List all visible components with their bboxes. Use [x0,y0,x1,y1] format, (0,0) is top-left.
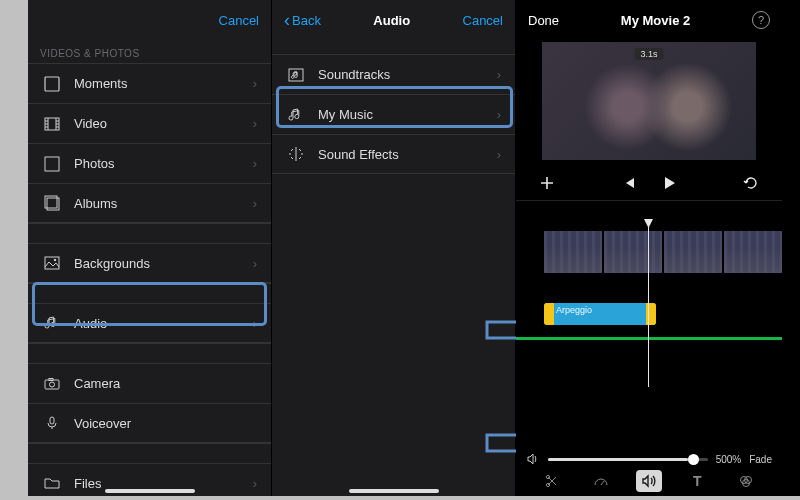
svg-point-14 [54,259,56,261]
rewind-button[interactable] [621,175,637,191]
done-button[interactable]: Done [528,13,559,28]
moments-icon [42,76,62,92]
row-soundfx[interactable]: Sound Effects › [272,134,515,174]
row-label: Audio [74,316,107,331]
camera-icon [42,376,62,392]
row-camera[interactable]: Camera [28,363,271,403]
time-badge: 3.1s [634,48,663,60]
volume-icon [526,452,540,466]
row-label: Photos [74,156,114,171]
chevron-right-icon: › [497,147,501,162]
filters-tool[interactable] [733,470,759,492]
soundtracks-icon [286,67,306,83]
clip-handle-left[interactable] [544,303,554,325]
row-files[interactable]: Files › [28,463,271,500]
chevron-right-icon: › [497,67,501,82]
video-clip-thumb[interactable] [544,231,602,273]
home-indicator [349,489,439,493]
row-mymusic[interactable]: My Music › [272,94,515,134]
row-label: Voiceover [74,416,131,431]
transport-controls [516,166,782,196]
row-backgrounds[interactable]: Backgrounds › [28,243,271,283]
svg-rect-0 [45,77,59,91]
chevron-right-icon: › [253,256,257,271]
audio-icon [42,315,62,331]
chevron-right-icon: › [253,476,257,491]
back-label: Back [292,13,321,28]
svg-rect-10 [45,157,59,171]
green-audio-track[interactable] [516,337,782,340]
video-clip-thumb[interactable] [724,231,782,273]
row-video[interactable]: Video › [28,103,271,143]
row-label: Camera [74,376,120,391]
backgrounds-icon [42,255,62,271]
audio-picker-pane: ‹ Back Audio Cancel Soundtracks › My Mus… [272,0,516,496]
volume-tool[interactable] [636,470,662,492]
video-clip-thumb[interactable] [664,231,722,273]
page-title: Audio [373,13,410,28]
video-track[interactable] [516,231,782,273]
clip-tool-row: T [516,466,782,496]
section-label: VIDEOS & PHOTOS [28,40,271,63]
svg-rect-15 [45,380,59,389]
row-label: Albums [74,196,117,211]
volume-value: 500% [716,454,742,465]
row-soundtracks[interactable]: Soundtracks › [272,54,515,94]
row-label: Video [74,116,107,131]
volume-row: 500% Fade [516,452,782,466]
timeline[interactable]: Arpeggio [516,207,782,387]
audio-clip[interactable]: Arpeggio [544,303,656,325]
voiceover-icon [42,415,62,431]
chevron-right-icon: › [253,196,257,211]
project-title: My Movie 2 [621,13,690,28]
undo-button[interactable] [742,174,760,192]
topbar: ‹ Back Audio Cancel [272,0,515,40]
row-label: My Music [318,107,373,122]
home-indicator [105,489,195,493]
chevron-left-icon: ‹ [284,11,290,29]
chevron-right-icon: › [253,156,257,171]
row-label: Backgrounds [74,256,150,271]
chevron-right-icon: › [253,116,257,131]
files-icon [42,475,62,491]
split-tool[interactable] [539,470,565,492]
fade-button[interactable]: Fade [749,454,772,465]
play-button[interactable] [661,175,677,191]
row-albums[interactable]: Albums › [28,183,271,223]
row-audio[interactable]: Audio › [28,303,271,343]
topbar: Done My Movie 2 ? [516,0,782,40]
slider-knob[interactable] [688,454,699,465]
row-photos[interactable]: Photos › [28,143,271,183]
volume-slider[interactable] [548,458,708,461]
speed-tool[interactable] [588,470,614,492]
row-voiceover[interactable]: Voiceover [28,403,271,443]
back-button[interactable]: ‹ Back [284,11,321,29]
cancel-button[interactable]: Cancel [463,13,503,28]
chevron-right-icon: › [253,76,257,91]
photos-icon [42,156,62,172]
chevron-right-icon: › [253,316,257,331]
row-label: Sound Effects [318,147,399,162]
row-label: Soundtracks [318,67,390,82]
soundfx-icon [286,146,306,162]
add-media-button[interactable] [538,174,556,192]
row-moments[interactable]: Moments › [28,63,271,103]
chevron-right-icon: › [497,107,501,122]
media-picker-pane: Cancel VIDEOS & PHOTOS Moments › Video ›… [28,0,272,496]
row-label: Moments [74,76,127,91]
help-button[interactable]: ? [752,11,770,29]
playhead[interactable] [648,225,649,387]
row-label: Files [74,476,101,491]
titles-tool[interactable]: T [684,470,710,492]
svg-point-16 [50,382,55,387]
video-clip-thumb[interactable] [604,231,662,273]
preview-viewer: 3.1s [542,42,756,160]
cancel-button[interactable]: Cancel [219,13,259,28]
svg-rect-13 [45,257,59,269]
video-icon [42,116,62,132]
editor-pane: Done My Movie 2 ? 3.1s Arp [516,0,782,496]
mymusic-icon [286,107,306,123]
clip-label: Arpeggio [556,305,592,315]
albums-icon [42,195,62,211]
topbar: Cancel [28,0,271,40]
